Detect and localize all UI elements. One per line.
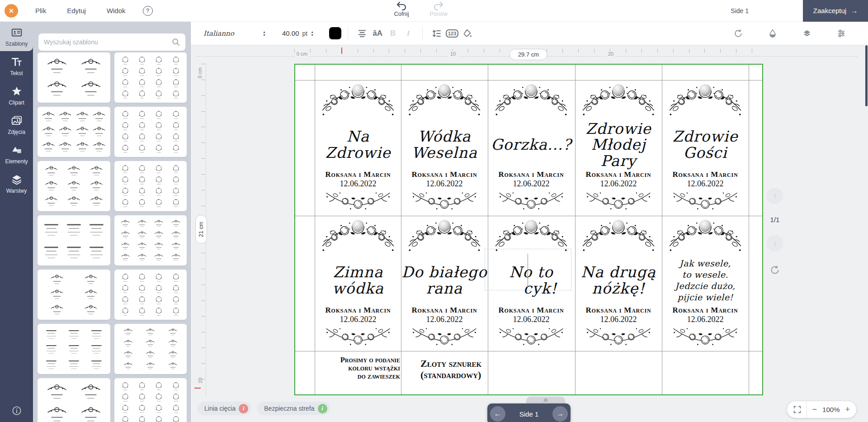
- page-down-button[interactable]: ↓: [767, 235, 783, 251]
- sidebar-item-warstwy[interactable]: Warstwy: [0, 169, 33, 198]
- prev-side-button[interactable]: ←: [490, 406, 505, 422]
- sidebar-item-clipart[interactable]: Clipart: [0, 81, 33, 110]
- template-thumbnail[interactable]: [38, 52, 110, 103]
- couple-names[interactable]: Roksana i Marcin: [586, 306, 651, 315]
- template-thumbnail[interactable]: [38, 378, 110, 422]
- redo-button[interactable]: Ponów: [427, 1, 450, 17]
- template-thumbnail[interactable]: [38, 324, 110, 374]
- couple-names[interactable]: Roksana i Marcin: [412, 306, 477, 315]
- cut-line-toggle[interactable]: Linia cięcia i: [198, 402, 251, 415]
- label-title[interactable]: Jak wesele,to wesele.Jedzcie dużo,pijcie…: [675, 257, 735, 304]
- label-cell[interactable]: ZdrowieMłodej ParyRoksana i Marcin12.06.…: [575, 80, 662, 216]
- template-thumbnail[interactable]: [114, 161, 187, 211]
- template-thumbnail[interactable]: [114, 52, 187, 103]
- font-family-select[interactable]: Italianno ▲▼: [203, 29, 266, 38]
- note-ribbon-color[interactable]: Prosimy o podaniekoloru wstążkido zawies…: [315, 356, 400, 380]
- couple-names[interactable]: Roksana i Marcin: [326, 306, 391, 315]
- label-date[interactable]: 12.06.2022: [513, 179, 550, 189]
- line-height-button[interactable]: [429, 26, 444, 41]
- font-size-stepper[interactable]: ▲▼: [311, 30, 314, 37]
- label-date[interactable]: 12.06.2022: [687, 315, 724, 324]
- template-thumbnail[interactable]: [114, 215, 187, 266]
- rotate-button[interactable]: [731, 26, 746, 41]
- label-cell[interactable]: No tocyk!Roksana i Marcin12.06.2022: [488, 216, 575, 351]
- label-title[interactable]: WódkaWeselna: [411, 121, 477, 168]
- couple-names[interactable]: Roksana i Marcin: [412, 170, 477, 179]
- couple-names[interactable]: Roksana i Marcin: [499, 306, 564, 315]
- label-cell[interactable]: WódkaWeselnaRoksana i Marcin12.06.2022: [401, 80, 488, 216]
- sidebar-item-tekst[interactable]: Tekst: [0, 51, 33, 81]
- sidebar-item-elementy[interactable]: Elementy: [0, 139, 33, 169]
- sheet[interactable]: Prosimy o podaniekoloru wstążkido zawies…: [294, 64, 763, 395]
- align-center-button[interactable]: [354, 26, 370, 41]
- sidebar-item-zdjecia[interactable]: Zdjęcia: [0, 110, 33, 139]
- zoom-out-button[interactable]: −: [812, 405, 817, 414]
- template-thumbnail[interactable]: [114, 107, 187, 157]
- label-title[interactable]: ZdrowieGości: [672, 121, 738, 168]
- fill-color-button[interactable]: [460, 26, 475, 41]
- text-color-swatch[interactable]: [329, 27, 341, 39]
- info-button[interactable]: [0, 406, 33, 416]
- label-cell[interactable]: Jak wesele,to wesele.Jedzcie dużo,pijcie…: [662, 216, 749, 351]
- rotate-page-button[interactable]: [770, 265, 780, 277]
- label-cell[interactable]: NaZdrowieRoksana i Marcin12.06.2022: [315, 80, 401, 216]
- search-input[interactable]: [44, 38, 172, 46]
- couple-names[interactable]: Roksana i Marcin: [326, 170, 391, 179]
- label-title[interactable]: NaZdrowie: [325, 121, 391, 168]
- label-title[interactable]: Gorzka...?: [491, 121, 571, 168]
- menu-plik[interactable]: Plik: [35, 7, 46, 14]
- template-thumbnail[interactable]: [38, 270, 110, 320]
- label-date[interactable]: 12.06.2022: [426, 315, 463, 324]
- label-title[interactable]: Zimnawódka: [332, 257, 384, 304]
- couple-names[interactable]: Roksana i Marcin: [673, 306, 738, 315]
- template-thumbnail[interactable]: [38, 107, 110, 157]
- label-cell[interactable]: ZdrowieGościRoksana i Marcin12.06.2022: [662, 80, 749, 216]
- font-size-control[interactable]: 40.00 pt ▲▼: [282, 29, 314, 37]
- template-thumbnail[interactable]: [114, 324, 187, 374]
- label-title[interactable]: ZdrowieMłodej Pary: [575, 121, 662, 168]
- label-date[interactable]: 12.06.2022: [340, 179, 377, 189]
- label-cell[interactable]: Do białegoranaRoksana i Marcin12.06.2022: [401, 216, 488, 351]
- layers-order-button[interactable]: [799, 26, 815, 41]
- template-thumbnail[interactable]: [114, 270, 187, 320]
- label-cell[interactable]: ZimnawódkaRoksana i Marcin12.06.2022: [315, 216, 401, 351]
- zoom-in-button[interactable]: +: [845, 405, 850, 414]
- expand-pages-tab[interactable]: [526, 397, 565, 404]
- label-date[interactable]: 12.06.2022: [600, 179, 637, 189]
- next-side-button[interactable]: →: [552, 406, 568, 422]
- label-title[interactable]: Do białegorana: [401, 257, 487, 304]
- accept-button[interactable]: Zaakceptuj →: [803, 0, 868, 22]
- settings-button[interactable]: [834, 26, 849, 41]
- page-up-button[interactable]: ↑: [767, 188, 783, 204]
- bold-button[interactable]: B: [385, 26, 401, 41]
- couple-names[interactable]: Roksana i Marcin: [586, 170, 651, 179]
- sidebar-item-szablony[interactable]: Szablony: [0, 22, 33, 51]
- opacity-button[interactable]: [765, 26, 780, 41]
- template-thumbnail[interactable]: [38, 215, 110, 266]
- note-gold-string[interactable]: Złoty sznurek(standardowy): [420, 358, 552, 381]
- label-cell[interactable]: Gorzka...?Roksana i Marcin12.06.2022: [488, 80, 575, 216]
- label-cell[interactable]: Na drugąnóżkę!Roksana i Marcin12.06.2022: [575, 216, 662, 351]
- numbered-list-button[interactable]: 123: [444, 26, 460, 41]
- safe-zone-toggle[interactable]: Bezpieczna strefa i: [257, 402, 330, 415]
- fullscreen-icon[interactable]: [793, 406, 801, 413]
- label-date[interactable]: 12.06.2022: [340, 315, 377, 324]
- template-thumbnail[interactable]: [114, 378, 187, 422]
- couple-names[interactable]: Roksana i Marcin: [499, 170, 564, 179]
- label-date[interactable]: 12.06.2022: [513, 315, 550, 324]
- label-date[interactable]: 12.06.2022: [600, 315, 637, 324]
- text-case-button[interactable]: āA: [370, 26, 385, 41]
- template-thumbnail[interactable]: [38, 161, 110, 211]
- window-scrollbar[interactable]: [865, 45, 868, 106]
- font-stepper[interactable]: ▲▼: [263, 30, 266, 37]
- label-date[interactable]: 12.06.2022: [687, 179, 724, 189]
- help-icon[interactable]: ?: [143, 6, 153, 16]
- label-title[interactable]: No tocyk!: [509, 257, 553, 304]
- label-title[interactable]: Na drugąnóżkę!: [581, 257, 656, 304]
- close-icon[interactable]: ✕: [5, 4, 18, 18]
- menu-edytuj[interactable]: Edytuj: [67, 7, 86, 14]
- template-search[interactable]: [38, 33, 185, 51]
- italic-button[interactable]: I: [401, 26, 416, 41]
- label-date[interactable]: 12.06.2022: [426, 179, 463, 189]
- menu-widok[interactable]: Widok: [107, 7, 126, 14]
